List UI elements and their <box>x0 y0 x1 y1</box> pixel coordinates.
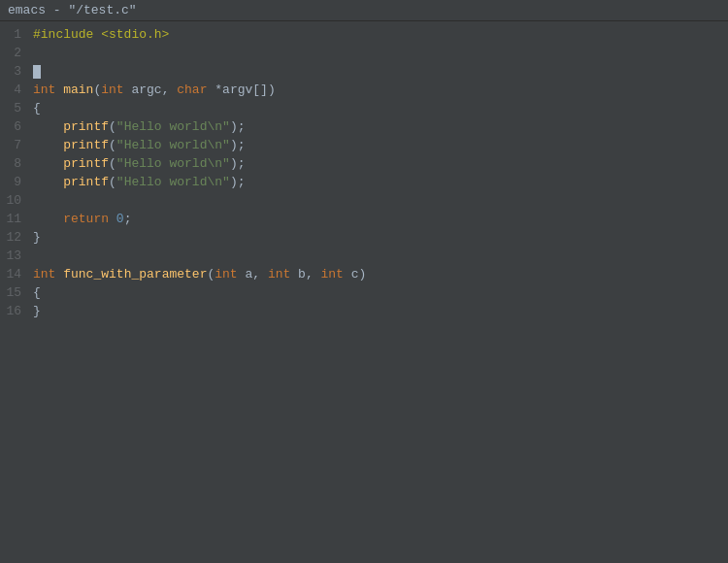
line-content-5[interactable]: { <box>29 99 41 117</box>
line-number-12: 12 <box>0 228 29 247</box>
line-14: 14 int func_with_parameter(int a, int b,… <box>0 265 728 283</box>
line-6: 6 printf("Hello world\n"); <box>0 117 728 136</box>
line-number-2: 2 <box>0 44 29 62</box>
line-content-11[interactable]: return 0; <box>29 210 131 228</box>
line-content-7[interactable]: printf("Hello world\n"); <box>29 136 245 154</box>
line-13: 13 <box>0 247 728 265</box>
titlebar-text: emacs - "/test.c" <box>8 3 137 17</box>
line-content-9[interactable]: printf("Hello world\n"); <box>29 173 245 191</box>
line-number-14: 14 <box>0 265 29 283</box>
editor: 1 #include <stdio.h> 2 3 4 int main(int … <box>0 21 728 563</box>
line-7: 7 printf("Hello world\n"); <box>0 136 728 154</box>
line-number-8: 8 <box>0 154 29 173</box>
line-4: 4 int main(int argc, char *argv[]) <box>0 81 728 99</box>
line-15: 15 { <box>0 283 728 302</box>
line-number-7: 7 <box>0 136 29 154</box>
cursor <box>33 65 41 79</box>
line-number-6: 6 <box>0 117 29 136</box>
line-11: 11 return 0; <box>0 210 728 228</box>
line-12: 12 } <box>0 228 728 247</box>
line-1: 1 #include <stdio.h> <box>0 25 728 44</box>
line-number-11: 11 <box>0 210 29 228</box>
line-16: 16 } <box>0 302 728 320</box>
line-2: 2 <box>0 44 728 62</box>
line-number-9: 9 <box>0 173 29 191</box>
titlebar: emacs - "/test.c" <box>0 0 728 21</box>
line-number-16: 16 <box>0 302 29 320</box>
line-number-15: 15 <box>0 283 29 302</box>
line-content-4[interactable]: int main(int argc, char *argv[]) <box>29 81 276 99</box>
line-number-3: 3 <box>0 62 29 81</box>
line-10: 10 <box>0 191 728 210</box>
line-content-6[interactable]: printf("Hello world\n"); <box>29 117 245 136</box>
line-8: 8 printf("Hello world\n"); <box>0 154 728 173</box>
line-3: 3 <box>0 62 728 81</box>
line-number-4: 4 <box>0 81 29 99</box>
line-content-16[interactable]: } <box>29 302 41 320</box>
line-number-13: 13 <box>0 247 29 265</box>
line-number-1: 1 <box>0 25 29 44</box>
line-number-5: 5 <box>0 99 29 117</box>
line-content-14[interactable]: int func_with_parameter(int a, int b, in… <box>29 265 366 283</box>
line-number-10: 10 <box>0 191 29 210</box>
line-5: 5 { <box>0 99 728 117</box>
line-content-1[interactable]: #include <stdio.h> <box>29 25 169 44</box>
line-9: 9 printf("Hello world\n"); <box>0 173 728 191</box>
line-content-15[interactable]: { <box>29 283 41 302</box>
line-content-3[interactable] <box>29 62 41 81</box>
line-content-8[interactable]: printf("Hello world\n"); <box>29 154 245 173</box>
line-content-12[interactable]: } <box>29 228 41 247</box>
